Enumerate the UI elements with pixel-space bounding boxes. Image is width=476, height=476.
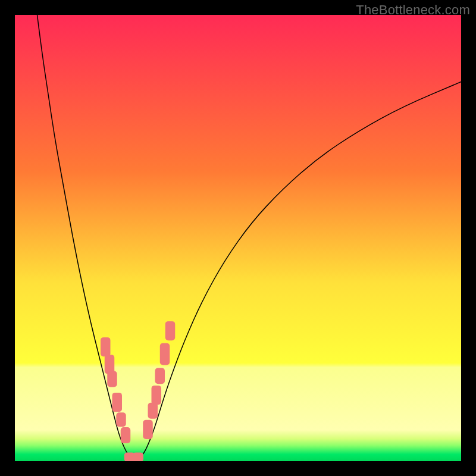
curve-marker	[165, 321, 176, 340]
curve-marker	[133, 452, 143, 461]
bottleneck-chart	[15, 15, 461, 461]
curve-marker	[101, 337, 111, 356]
curve-marker	[160, 343, 170, 365]
curve-marker	[112, 393, 123, 412]
chart-frame: TheBottleneck.com	[0, 0, 476, 476]
curve-marker	[152, 386, 162, 405]
curve-marker	[155, 368, 165, 384]
curve-marker	[143, 420, 153, 439]
curve-marker	[148, 403, 158, 419]
plot-background	[15, 15, 461, 461]
curve-marker	[116, 412, 126, 427]
curve-marker	[107, 371, 117, 387]
curve-marker	[121, 427, 131, 443]
